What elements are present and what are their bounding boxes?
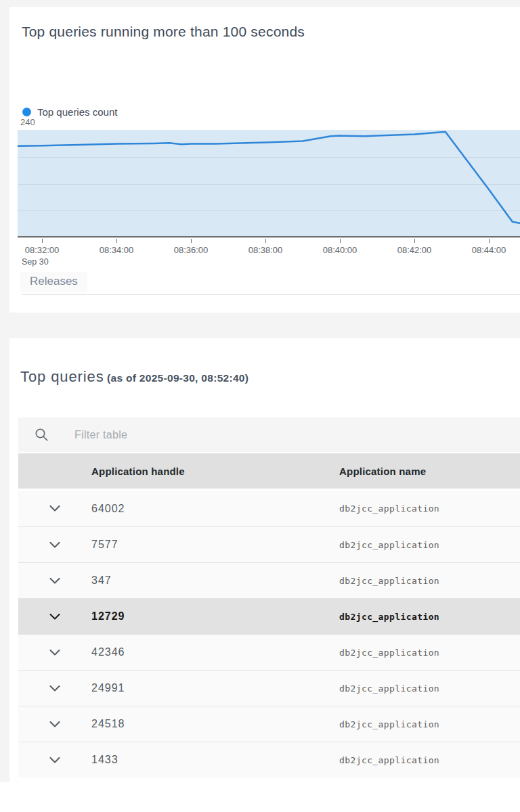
- table-row[interactable]: 1433db2jcc_application: [18, 742, 520, 777]
- chevron-down-icon[interactable]: [49, 650, 60, 656]
- application-handle-cell: 1433: [91, 742, 118, 777]
- table-title-row: Top queries (as of 2025-09-30, 08:52:40): [20, 368, 248, 386]
- application-name-cell: db2jcc_application: [339, 491, 439, 526]
- table-row[interactable]: 12729db2jcc_application: [18, 598, 520, 634]
- x-tick-label: 08:44:00: [465, 245, 513, 255]
- x-tick-label: 08:42:00: [391, 245, 438, 255]
- x-tick-label: 08:38:00: [242, 245, 289, 255]
- application-name-cell: db2jcc_application: [339, 635, 439, 670]
- chevron-down-icon[interactable]: [49, 505, 60, 512]
- chevron-down-icon[interactable]: [49, 578, 60, 584]
- table-row[interactable]: 7577db2jcc_application: [18, 526, 520, 562]
- legend-label: Top queries count: [37, 106, 117, 118]
- chevron-down-icon[interactable]: [49, 721, 60, 727]
- line-chart-plot-area[interactable]: [18, 130, 520, 238]
- table-row[interactable]: 64002db2jcc_application: [18, 491, 520, 526]
- application-handle-cell: 347: [91, 563, 112, 598]
- x-axis: Sep 30 08:32:0008:34:0008:36:0008:38:000…: [18, 239, 520, 273]
- column-header-application-name[interactable]: Application name: [339, 453, 426, 489]
- legend-dot-icon: [22, 108, 31, 116]
- releases-underline: [22, 294, 520, 295]
- x-tick-mark: [414, 239, 415, 243]
- application-handle-cell: 7577: [91, 527, 118, 562]
- chart-legend[interactable]: Top queries count: [22, 106, 117, 118]
- x-tick-label: 08:34:00: [93, 245, 140, 255]
- chevron-down-icon[interactable]: [49, 685, 60, 692]
- x-tick-label: 08:36:00: [167, 245, 215, 255]
- table-body: 64002db2jcc_application7577db2jcc_applic…: [18, 491, 520, 777]
- application-handle-cell: 24518: [91, 706, 125, 742]
- chevron-down-icon[interactable]: [49, 542, 60, 548]
- application-handle-cell: 64002: [91, 491, 125, 526]
- releases-tab[interactable]: Releases: [20, 272, 87, 292]
- application-name-cell: db2jcc_application: [339, 671, 439, 706]
- line-series: [18, 130, 520, 238]
- chart-card: Top queries running more than 100 second…: [9, 7, 520, 313]
- table-card: Top queries (as of 2025-09-30, 08:52:40)…: [9, 338, 520, 812]
- x-tick-mark: [265, 239, 266, 243]
- application-name-cell: db2jcc_application: [339, 563, 439, 598]
- x-tick-mark: [116, 239, 117, 243]
- application-name-cell: db2jcc_application: [339, 599, 439, 634]
- table-row[interactable]: 347db2jcc_application: [18, 562, 520, 598]
- table-row[interactable]: 42346db2jcc_application: [18, 634, 520, 670]
- application-handle-cell: 24991: [91, 671, 125, 706]
- application-handle-cell: 42346: [91, 635, 125, 670]
- table-filter-toolbar: [18, 418, 520, 452]
- chevron-down-icon[interactable]: [49, 614, 60, 620]
- x-tick-label: 08:32:00: [18, 245, 66, 255]
- x-tick-mark: [42, 239, 43, 243]
- chevron-down-icon[interactable]: [49, 757, 60, 763]
- application-handle-cell: 12729: [91, 599, 125, 634]
- table-subtitle-text: (as of 2025-09-30, 08:52:40): [107, 372, 248, 384]
- table-row[interactable]: 24991db2jcc_application: [18, 670, 520, 706]
- chart-title: Top queries running more than 100 second…: [22, 22, 305, 41]
- x-tick-mark: [340, 239, 341, 243]
- search-icon: [35, 428, 49, 442]
- table-row[interactable]: 24518db2jcc_application: [18, 706, 520, 742]
- x-tick-label: 08:40:00: [316, 245, 364, 255]
- x-tick-mark: [489, 239, 490, 243]
- application-name-cell: db2jcc_application: [339, 742, 439, 777]
- table-title: Top queries: [20, 368, 104, 385]
- y-axis-max-label: 240: [20, 117, 35, 127]
- x-axis-date-label: Sep 30: [22, 257, 49, 267]
- application-name-cell: db2jcc_application: [339, 527, 439, 562]
- x-tick-mark: [191, 239, 192, 243]
- filter-table-input[interactable]: [74, 418, 481, 452]
- application-name-cell: db2jcc_application: [339, 706, 439, 742]
- table-header-row: Application handle Application name: [18, 453, 520, 489]
- column-header-application-handle[interactable]: Application handle: [91, 453, 185, 489]
